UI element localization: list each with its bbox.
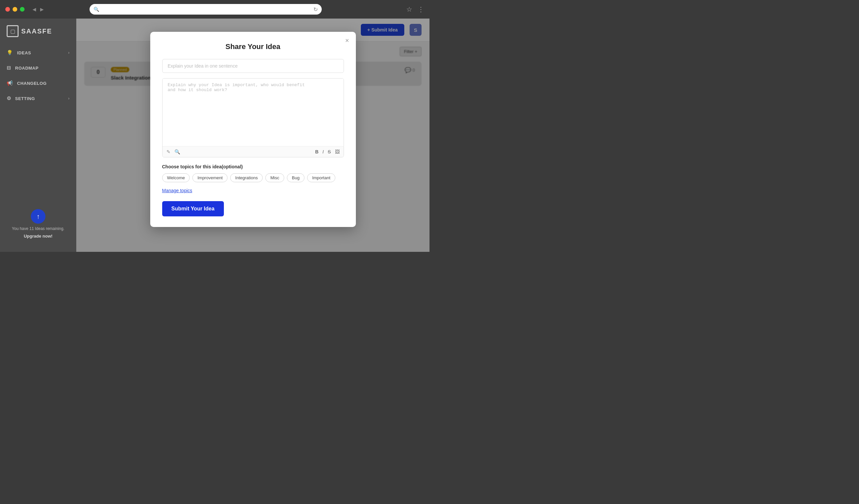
- topic-important[interactable]: Important: [307, 173, 335, 182]
- modal-title: Share Your Idea: [162, 43, 344, 51]
- sidebar-item-ideas[interactable]: 💡 IDEAS ›: [0, 45, 76, 60]
- manage-topics-link[interactable]: Manage topics: [162, 188, 192, 193]
- topic-misc[interactable]: Misc: [265, 173, 284, 182]
- app-container: ▢ SAASFE 💡 IDEAS › ⊟ ROADMAP 📢 CHANGELOG: [0, 18, 430, 252]
- sidebar-item-setting[interactable]: ⚙ SETTING ›: [0, 91, 76, 106]
- search-toolbar-icon[interactable]: 🔍: [175, 149, 180, 154]
- logo: ▢ SAASFE: [0, 25, 76, 45]
- setting-chevron-icon: ›: [68, 96, 70, 101]
- changelog-label: CHANGELOG: [17, 81, 47, 86]
- modal-close-button[interactable]: ×: [345, 37, 349, 44]
- bookmark-icon[interactable]: ☆: [406, 5, 412, 13]
- upgrade-icon: ↑: [31, 209, 45, 224]
- nav-arrows: ◀ ▶: [31, 6, 45, 13]
- upgrade-text: You have 11 Ideas remaining.: [12, 226, 64, 231]
- italic-icon[interactable]: I: [322, 149, 324, 154]
- toolbar-icons: ☆ ⋮: [406, 5, 424, 13]
- logo-text: SAASFE: [21, 28, 52, 35]
- url-input[interactable]: [102, 7, 311, 12]
- logo-icon: ▢: [6, 25, 18, 37]
- ideas-chevron-icon: ›: [68, 50, 70, 55]
- modal: × Share Your Idea ✎ 🔍 B I S: [150, 32, 356, 227]
- image-icon[interactable]: 🖼: [335, 149, 340, 154]
- forward-button[interactable]: ▶: [39, 6, 45, 13]
- bold-icon[interactable]: B: [315, 149, 318, 154]
- setting-icon: ⚙: [6, 95, 11, 101]
- sidebar-item-changelog[interactable]: 📢 CHANGELOG: [0, 76, 76, 91]
- modal-overlay[interactable]: × Share Your Idea ✎ 🔍 B I S: [76, 18, 430, 252]
- strikethrough-icon[interactable]: S: [328, 149, 331, 154]
- menu-icon[interactable]: ⋮: [418, 5, 424, 13]
- roadmap-label: ROADMAP: [15, 66, 39, 70]
- sidebar: ▢ SAASFE 💡 IDEAS › ⊟ ROADMAP 📢 CHANGELOG: [0, 18, 76, 252]
- maximize-button[interactable]: [20, 7, 25, 12]
- topics-label: Choose topics for this idea(optional): [162, 164, 344, 169]
- ideas-icon: 💡: [6, 50, 13, 56]
- upgrade-link[interactable]: Upgrade now!: [24, 234, 53, 239]
- url-bar: 🔍 ↻: [90, 4, 322, 15]
- topic-integrations[interactable]: Integrations: [230, 173, 263, 182]
- ideas-label: IDEAS: [17, 50, 31, 55]
- main-content: + Submit Idea S Filter + 0 Planned Slack…: [76, 18, 430, 252]
- changelog-icon: 📢: [6, 80, 13, 86]
- traffic-lights: [5, 7, 25, 12]
- idea-title-input[interactable]: [162, 59, 344, 73]
- sidebar-bottom: ↑ You have 11 Ideas remaining. Upgrade n…: [0, 203, 76, 245]
- topics-list: Welcome Improvement Integrations Misc Bu…: [162, 173, 344, 182]
- submit-idea-modal-button[interactable]: Submit Your Idea: [162, 201, 224, 216]
- sidebar-item-roadmap[interactable]: ⊟ ROADMAP: [0, 60, 76, 76]
- topic-welcome[interactable]: Welcome: [162, 173, 190, 182]
- minimize-button[interactable]: [13, 7, 17, 12]
- edit-icon[interactable]: ✎: [166, 149, 170, 154]
- search-icon: 🔍: [93, 6, 99, 12]
- topic-improvement[interactable]: Improvement: [192, 173, 227, 182]
- textarea-toolbar: ✎ 🔍 B I S 🖼: [163, 146, 344, 157]
- close-button[interactable]: [5, 7, 10, 12]
- topic-bug[interactable]: Bug: [287, 173, 304, 182]
- roadmap-icon: ⊟: [6, 65, 11, 71]
- titlebar: ◀ ▶ 🔍 ↻ ☆ ⋮: [0, 0, 430, 18]
- back-button[interactable]: ◀: [31, 6, 37, 13]
- idea-textarea-wrapper: ✎ 🔍 B I S 🖼: [162, 78, 344, 157]
- setting-label: SETTING: [15, 96, 35, 101]
- reload-button[interactable]: ↻: [313, 6, 318, 13]
- idea-description-textarea[interactable]: [163, 79, 344, 145]
